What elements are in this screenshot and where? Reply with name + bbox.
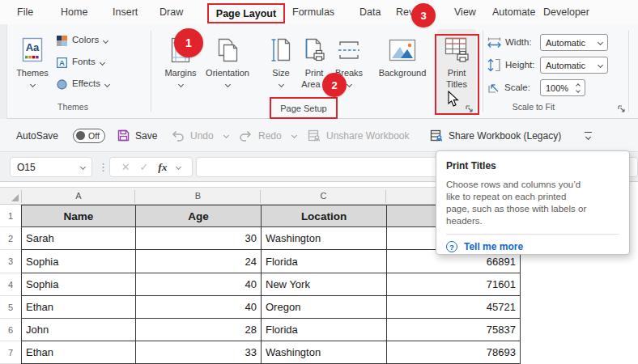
row-header-3[interactable]: 3 [0, 250, 21, 273]
row-header-2[interactable]: 2 [0, 227, 21, 250]
tell-me-more-link[interactable]: ? Tell me more [446, 241, 619, 252]
row-header-6[interactable]: 6 [0, 319, 21, 341]
background-button[interactable]: Background [371, 29, 434, 115]
cell-a4[interactable]: Sophia [22, 273, 136, 296]
tab-draw[interactable]: Draw [160, 0, 183, 24]
unshare-workbook-button[interactable]: Unshare Workbook [308, 119, 410, 152]
ribbon-tab-bar: File Home Insert Draw Page Layout Formul… [0, 0, 638, 24]
effects-button[interactable]: Effects [57, 75, 109, 93]
spinner-arrows-icon[interactable] [576, 84, 580, 92]
help-icon: ? [446, 241, 457, 252]
insert-function-icon[interactable]: fx [158, 161, 167, 174]
row-header-4[interactable]: 4 [0, 273, 21, 296]
chevron-down-icon [103, 37, 108, 43]
chevron-down-icon[interactable] [176, 164, 181, 170]
formula-buttons: ✕ ✓ fx [109, 157, 193, 177]
cell-a7[interactable]: Ethan [22, 341, 136, 364]
tab-page-layout[interactable]: Page Layout [216, 2, 276, 26]
cancel-icon[interactable]: ✕ [121, 161, 130, 173]
tooltip-body-line: headers. [446, 215, 619, 227]
chevron-down-icon [278, 81, 283, 87]
colors-button[interactable]: Colors [57, 32, 108, 49]
size-label: Size [272, 68, 289, 79]
tell-me-more-label: Tell me more [464, 241, 523, 252]
table-row: John 28 Florida 75837 [21, 319, 521, 341]
enter-icon[interactable]: ✓ [140, 161, 149, 173]
chevron-down-icon [100, 59, 105, 65]
tab-home[interactable]: Home [61, 0, 87, 24]
scale-spinner[interactable]: 100% [540, 79, 585, 96]
share-workbook-icon [430, 129, 443, 142]
cell-d6[interactable]: 75837 [387, 319, 521, 341]
row-header-5[interactable]: 5 [0, 296, 21, 319]
breaks-icon [338, 32, 360, 68]
tab-view[interactable]: View [454, 0, 476, 24]
share-workbook-button[interactable]: Share Workbook (Legacy) [430, 119, 561, 152]
row-header-7[interactable]: 7 [0, 341, 21, 364]
unshare-workbook-label: Unshare Workbook [326, 130, 410, 142]
cell-b2[interactable]: 30 [136, 227, 262, 250]
cell-b1[interactable]: Age [136, 205, 262, 227]
cell-d5[interactable]: 45721 [387, 296, 521, 319]
name-box[interactable]: O15 [10, 157, 92, 177]
cell-a6[interactable]: John [22, 319, 136, 341]
column-header-c[interactable]: C [261, 188, 386, 204]
quick-access-toolbar: AutoSave Off Save Undo Redo [0, 119, 638, 152]
tab-developer[interactable]: Developer [543, 0, 589, 24]
column-header-b[interactable]: B [135, 188, 261, 204]
autosave-toggle[interactable]: Off [73, 119, 105, 152]
width-label: Width: [505, 37, 532, 47]
themes-label: Themes [16, 68, 49, 79]
toggle-knob [76, 131, 85, 140]
formula-bar-handle[interactable]: ⋮ [98, 157, 108, 177]
tab-file[interactable]: File [17, 0, 33, 24]
column-header-a[interactable]: A [22, 188, 135, 204]
cell-a2[interactable]: Sarah [22, 227, 136, 250]
chevron-down-icon [291, 133, 297, 138]
tab-data[interactable]: Data [359, 0, 381, 24]
tab-automate[interactable]: Automate [492, 0, 536, 24]
cell-a5[interactable]: Ethan [22, 296, 136, 319]
scale-value: 100% [546, 83, 568, 93]
save-button[interactable]: Save [117, 119, 157, 152]
cell-b7[interactable]: 33 [136, 341, 262, 364]
autosave-label: AutoSave [16, 119, 58, 152]
cell-c7[interactable]: Washington [262, 341, 387, 364]
width-value: Automatic [546, 38, 585, 48]
margins-label: Margins [164, 68, 196, 79]
cell-d4[interactable]: 71601 [387, 273, 521, 296]
cell-c4[interactable]: New York [262, 273, 387, 296]
orientation-button[interactable]: Orientation [201, 29, 254, 115]
group-separator [628, 31, 629, 112]
cell-c6[interactable]: Florida [262, 319, 387, 341]
overflow-icon [585, 132, 592, 133]
select-all-corner[interactable] [0, 188, 21, 204]
redo-button[interactable]: Redo [239, 119, 296, 152]
cell-c5[interactable]: Oregon [262, 296, 387, 319]
cell-b6[interactable]: 28 [136, 319, 262, 341]
themes-group-label: Themes [32, 102, 113, 115]
cell-a1[interactable]: Name [22, 205, 136, 227]
chevron-down-icon [346, 81, 351, 87]
scale-to-fit-dialog-launcher[interactable] [617, 104, 626, 113]
cell-a3[interactable]: Sophia [22, 250, 136, 273]
cell-b4[interactable]: 40 [136, 273, 262, 296]
undo-button[interactable]: Undo [171, 119, 228, 152]
width-dropdown[interactable]: Automatic [540, 34, 608, 51]
tab-insert[interactable]: Insert [113, 0, 138, 24]
cell-b3[interactable]: 24 [136, 250, 262, 273]
tab-formulas[interactable]: Formulas [292, 0, 334, 24]
cell-c1[interactable]: Location [262, 205, 387, 227]
fonts-button[interactable]: A Fonts [57, 53, 104, 71]
chevron-down-icon [598, 62, 603, 68]
cell-b5[interactable]: 40 [136, 296, 262, 319]
row-header-1[interactable]: 1 [0, 205, 21, 227]
chevron-down-icon [224, 81, 230, 87]
cell-d7[interactable]: 78693 [387, 341, 521, 364]
cell-c3[interactable]: Florida [262, 250, 387, 273]
width-icon [487, 36, 501, 49]
height-label: Height: [505, 60, 534, 70]
cell-c2[interactable]: Washington [262, 227, 387, 250]
qat-overflow-button[interactable] [585, 119, 592, 152]
height-dropdown[interactable]: Automatic [540, 57, 608, 74]
